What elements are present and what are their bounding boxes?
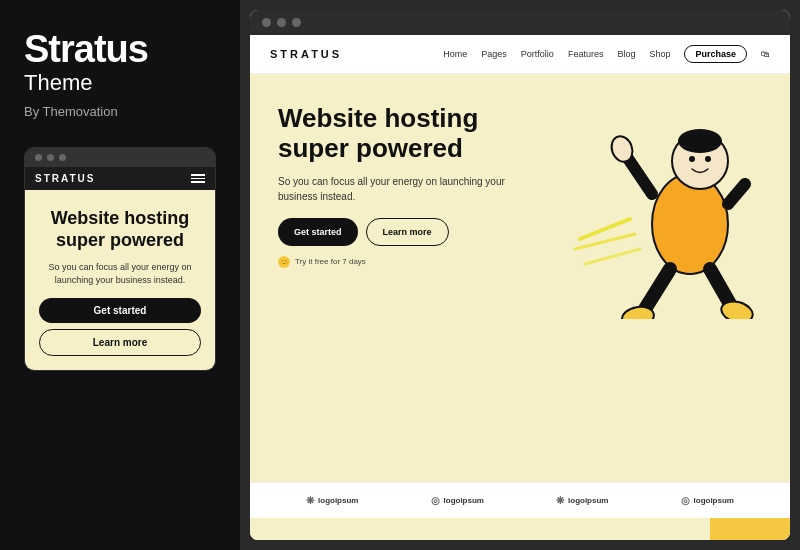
mobile-hero-heading: Website hosting super powered (39, 208, 201, 251)
window-dot-2 (47, 154, 54, 161)
desktop-nav-links: Home Pages Portfolio Features Blog Shop … (443, 45, 770, 63)
desktop-hero: Website hosting super powered So you can… (250, 74, 790, 482)
cart-icon[interactable]: 🛍 (761, 49, 770, 59)
logo-item-3: ❋ logoipsum (556, 495, 608, 506)
desktop-dot-1 (262, 18, 271, 27)
nav-link-pages[interactable]: Pages (481, 49, 507, 59)
mobile-nav: STRATUS (25, 167, 215, 190)
left-panel: Stratus Theme By Themovation STRATUS Web… (0, 0, 240, 550)
window-dot-1 (35, 154, 42, 161)
bottom-bar-right (710, 518, 790, 540)
svg-point-6 (689, 156, 695, 162)
logo-label-2: logoipsum (444, 496, 484, 505)
window-dot-3 (59, 154, 66, 161)
logo-label-3: logoipsum (568, 496, 608, 505)
mobile-nav-logo: STRATUS (35, 173, 95, 184)
logo-icon-2: ◎ (431, 495, 440, 506)
bottom-bar-left (250, 518, 710, 540)
right-panel: STRATUS Home Pages Portfolio Features Bl… (240, 0, 800, 550)
mobile-learn-more-button[interactable]: Learn more (39, 329, 201, 356)
mobile-get-started-button[interactable]: Get started (39, 298, 201, 323)
logo-item-4: ◎ logoipsum (681, 495, 734, 506)
desktop-dot-3 (292, 18, 301, 27)
nav-link-home[interactable]: Home (443, 49, 467, 59)
trial-label: Try it free for 7 days (295, 257, 366, 266)
desktop-nav-logo: STRATUS (270, 48, 342, 60)
brand-title: Stratus (24, 30, 216, 68)
character-illustration (570, 89, 770, 289)
mobile-hero-body: So you can focus all your energy on laun… (39, 261, 201, 286)
desktop-top-bar (250, 10, 790, 35)
mobile-top-bar (25, 148, 215, 167)
desktop-learn-more-button[interactable]: Learn more (366, 218, 449, 246)
nav-link-portfolio[interactable]: Portfolio (521, 49, 554, 59)
mobile-hero: Website hosting super powered So you can… (25, 190, 215, 370)
svg-point-7 (705, 156, 711, 162)
logo-icon-1: ❋ (306, 495, 314, 506)
desktop-nav: STRATUS Home Pages Portfolio Features Bl… (250, 35, 790, 74)
desktop-dot-2 (277, 18, 286, 27)
desktop-hero-content: Website hosting super powered So you can… (250, 74, 570, 268)
mobile-mockup: STRATUS Website hosting super powered So… (24, 147, 216, 371)
nav-link-features[interactable]: Features (568, 49, 604, 59)
svg-point-5 (678, 129, 722, 153)
logo-item-1: ❋ logoipsum (306, 495, 358, 506)
desktop-get-started-button[interactable]: Get started (278, 218, 358, 246)
bottom-bar (250, 518, 790, 540)
desktop-hero-heading: Website hosting super powered (278, 104, 542, 164)
brand-by: By Themovation (24, 104, 216, 119)
desktop-mockup: STRATUS Home Pages Portfolio Features Bl… (250, 10, 790, 540)
nav-link-shop[interactable]: Shop (649, 49, 670, 59)
logo-icon-3: ❋ (556, 495, 564, 506)
desktop-hero-body: So you can focus all your energy on laun… (278, 174, 542, 204)
logo-icon-4: ◎ (681, 495, 690, 506)
logo-label-4: logoipsum (694, 496, 734, 505)
svg-line-2 (585, 249, 640, 264)
nav-link-blog[interactable]: Blog (617, 49, 635, 59)
logo-item-2: ◎ logoipsum (431, 495, 484, 506)
brand-section: Stratus Theme By Themovation (24, 30, 216, 119)
trial-text: 😊 Try it free for 7 days (278, 256, 542, 268)
logo-label-1: logoipsum (318, 496, 358, 505)
logos-bar: ❋ logoipsum ◎ logoipsum ❋ logoipsum ◎ lo… (250, 482, 790, 518)
hamburger-icon[interactable] (191, 174, 205, 183)
purchase-button[interactable]: Purchase (684, 45, 747, 63)
svg-point-3 (652, 174, 728, 274)
hero-buttons: Get started Learn more (278, 218, 542, 246)
trial-icon: 😊 (278, 256, 290, 268)
brand-subtitle: Theme (24, 70, 216, 96)
svg-line-10 (728, 184, 745, 204)
